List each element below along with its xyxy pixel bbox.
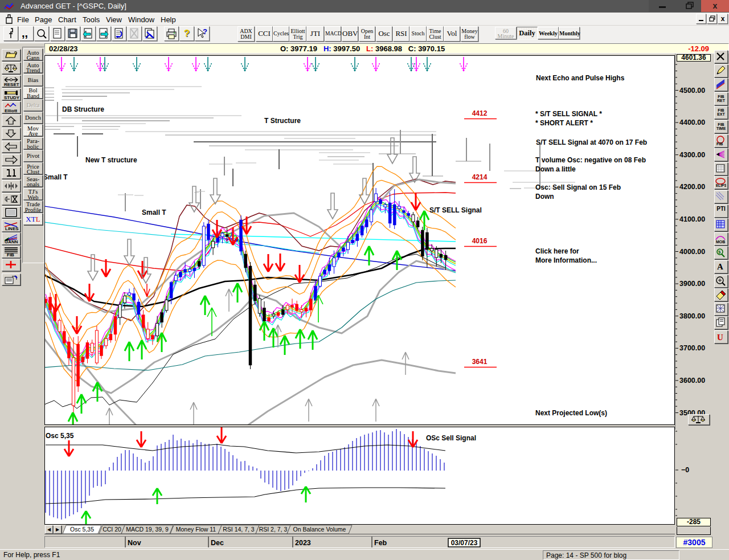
svg-text:Feb: Feb	[374, 539, 387, 547]
svg-text:2023: 2023	[295, 539, 311, 547]
svg-text:Dec: Dec	[211, 539, 224, 547]
svg-text:03/07/23: 03/07/23	[451, 539, 478, 547]
svg-text:Nov: Nov	[128, 539, 141, 547]
